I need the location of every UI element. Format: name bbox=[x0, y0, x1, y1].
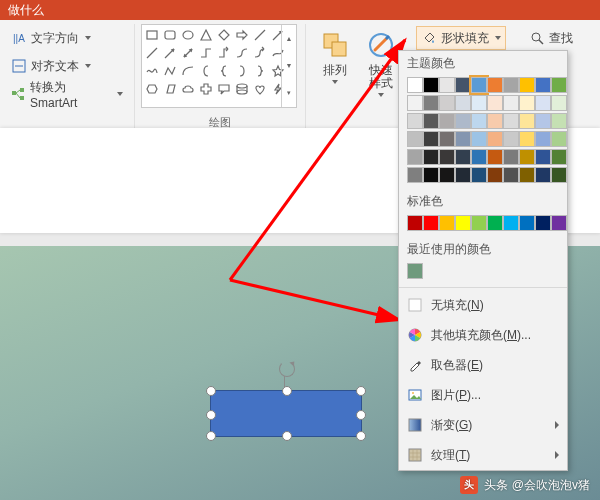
color-swatch[interactable] bbox=[423, 95, 439, 111]
color-swatch[interactable] bbox=[455, 77, 471, 93]
color-swatch[interactable] bbox=[551, 131, 567, 147]
color-swatch[interactable] bbox=[439, 167, 455, 183]
color-swatch[interactable] bbox=[407, 167, 423, 183]
shape-elbow-icon[interactable] bbox=[198, 45, 214, 61]
align-text-button[interactable]: 对齐文本 bbox=[6, 54, 128, 78]
shape-callout-icon[interactable] bbox=[216, 81, 232, 97]
shape-cylinder-icon[interactable] bbox=[234, 81, 250, 97]
color-swatch[interactable] bbox=[407, 149, 423, 165]
scroll-up-icon[interactable]: ▲ bbox=[282, 25, 296, 52]
color-swatch[interactable] bbox=[535, 131, 551, 147]
resize-handle-bl[interactable] bbox=[206, 431, 216, 441]
color-swatch[interactable] bbox=[407, 215, 423, 231]
color-swatch[interactable] bbox=[455, 215, 471, 231]
color-swatch[interactable] bbox=[455, 113, 471, 129]
resize-handle-tr[interactable] bbox=[356, 386, 366, 396]
color-swatch[interactable] bbox=[519, 215, 535, 231]
color-swatch[interactable] bbox=[423, 113, 439, 129]
color-swatch[interactable] bbox=[407, 77, 423, 93]
color-swatch[interactable] bbox=[423, 215, 439, 231]
shape-curve-arrow-icon[interactable] bbox=[252, 45, 268, 61]
shape-plus-icon[interactable] bbox=[198, 81, 214, 97]
color-swatch[interactable] bbox=[439, 77, 455, 93]
shape-brace-r-icon[interactable] bbox=[252, 63, 268, 79]
shapes-scroll[interactable]: ▲ ▼ ▾ bbox=[281, 25, 296, 107]
rotate-handle[interactable] bbox=[279, 361, 295, 377]
shape-fill-button[interactable]: 形状填充 bbox=[416, 26, 506, 50]
shape-cloud-icon[interactable] bbox=[180, 81, 196, 97]
color-swatch[interactable] bbox=[439, 95, 455, 111]
color-swatch[interactable] bbox=[551, 167, 567, 183]
shape-double-arrow-icon[interactable] bbox=[180, 45, 196, 61]
shape-parallelogram-icon[interactable] bbox=[162, 81, 178, 97]
color-swatch[interactable] bbox=[471, 167, 487, 183]
color-swatch[interactable] bbox=[519, 77, 535, 93]
color-swatch[interactable] bbox=[551, 77, 567, 93]
color-swatch[interactable] bbox=[503, 149, 519, 165]
scroll-more-icon[interactable]: ▾ bbox=[282, 80, 296, 107]
text-direction-button[interactable]: ||A 文字方向 bbox=[6, 26, 128, 50]
color-swatch[interactable] bbox=[503, 131, 519, 147]
no-fill-item[interactable]: 无填充(N) bbox=[399, 290, 567, 320]
color-swatch[interactable] bbox=[551, 113, 567, 129]
shape-diamond-icon[interactable] bbox=[216, 27, 232, 43]
resize-handle-mr[interactable] bbox=[356, 410, 366, 420]
more-colors-item[interactable]: 其他填充颜色(M)... bbox=[399, 320, 567, 350]
shape-triangle-icon[interactable] bbox=[198, 27, 214, 43]
color-swatch[interactable] bbox=[519, 113, 535, 129]
color-swatch[interactable] bbox=[423, 131, 439, 147]
color-swatch[interactable] bbox=[503, 215, 519, 231]
color-swatch[interactable] bbox=[471, 149, 487, 165]
color-swatch[interactable] bbox=[535, 113, 551, 129]
scroll-down-icon[interactable]: ▼ bbox=[282, 52, 296, 79]
color-swatch[interactable] bbox=[487, 131, 503, 147]
color-swatch[interactable] bbox=[551, 215, 567, 231]
color-swatch[interactable] bbox=[487, 95, 503, 111]
color-swatch[interactable] bbox=[535, 95, 551, 111]
color-swatch[interactable] bbox=[551, 95, 567, 111]
shape-brace-l-icon[interactable] bbox=[216, 63, 232, 79]
color-swatch[interactable] bbox=[519, 95, 535, 111]
shape-arrow2-icon[interactable] bbox=[162, 45, 178, 61]
color-swatch[interactable] bbox=[439, 215, 455, 231]
color-swatch[interactable] bbox=[407, 95, 423, 111]
shape-heart-icon[interactable] bbox=[252, 81, 268, 97]
convert-smartart-button[interactable]: 转换为 SmartArt bbox=[6, 82, 128, 106]
selected-shape[interactable] bbox=[210, 390, 362, 437]
color-swatch[interactable] bbox=[471, 131, 487, 147]
color-swatch[interactable] bbox=[535, 167, 551, 183]
texture-fill-item[interactable]: 纹理(T) bbox=[399, 440, 567, 470]
resize-handle-ml[interactable] bbox=[206, 410, 216, 420]
color-swatch[interactable] bbox=[439, 149, 455, 165]
color-swatch[interactable] bbox=[519, 167, 535, 183]
find-button[interactable]: 查找 bbox=[524, 26, 578, 50]
shape-rectangle-icon[interactable] bbox=[144, 27, 160, 43]
arrange-button[interactable]: 排列 bbox=[312, 24, 358, 110]
color-swatch[interactable] bbox=[455, 167, 471, 183]
shape-arc-icon[interactable] bbox=[180, 63, 196, 79]
picture-fill-item[interactable]: 图片(P)... bbox=[399, 380, 567, 410]
shape-elbow-arrow-icon[interactable] bbox=[216, 45, 232, 61]
shape-hexagon-icon[interactable] bbox=[144, 81, 160, 97]
color-swatch[interactable] bbox=[423, 167, 439, 183]
color-swatch[interactable] bbox=[471, 77, 487, 93]
resize-handle-tl[interactable] bbox=[206, 386, 216, 396]
color-swatch[interactable] bbox=[519, 131, 535, 147]
color-swatch[interactable] bbox=[407, 263, 423, 279]
gradient-fill-item[interactable]: 渐变(G) bbox=[399, 410, 567, 440]
color-swatch[interactable] bbox=[503, 77, 519, 93]
color-swatch[interactable] bbox=[535, 149, 551, 165]
color-swatch[interactable] bbox=[407, 113, 423, 129]
resize-handle-bm[interactable] bbox=[282, 431, 292, 441]
shape-polyline-icon[interactable] bbox=[162, 63, 178, 79]
shape-curve-icon[interactable] bbox=[234, 45, 250, 61]
quick-styles-button[interactable]: 快速样式 bbox=[358, 24, 404, 110]
color-swatch[interactable] bbox=[471, 113, 487, 129]
color-swatch[interactable] bbox=[471, 215, 487, 231]
color-swatch[interactable] bbox=[487, 167, 503, 183]
shapes-gallery[interactable]: ▲ ▼ ▾ bbox=[141, 24, 297, 108]
color-swatch[interactable] bbox=[535, 215, 551, 231]
color-swatch[interactable] bbox=[487, 215, 503, 231]
color-swatch[interactable] bbox=[455, 149, 471, 165]
shape-rounded-rect-icon[interactable] bbox=[162, 27, 178, 43]
